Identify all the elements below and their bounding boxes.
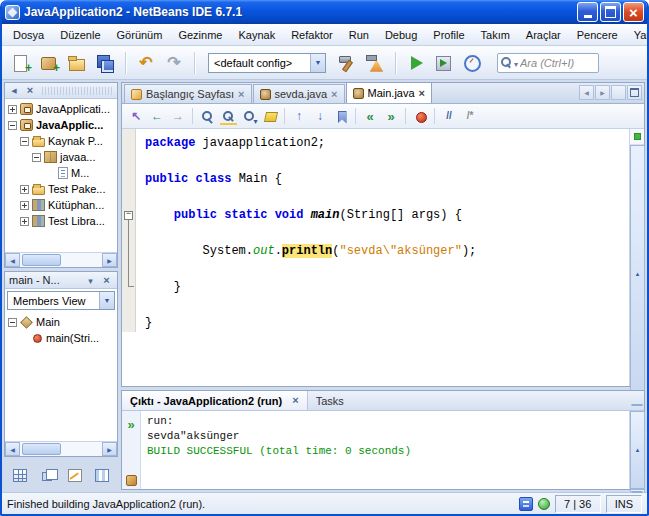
tree-item-main-method[interactable]: main(Stri... [5, 330, 117, 346]
search-input[interactable] [520, 57, 595, 69]
open-project-button[interactable] [64, 50, 90, 76]
comment-button[interactable] [439, 106, 459, 126]
build-project-button[interactable] [334, 50, 360, 76]
notifications-icon[interactable] [519, 497, 533, 511]
dock-mini-button-1[interactable] [8, 463, 32, 487]
shift-left-button[interactable] [360, 106, 380, 126]
close-tab-icon[interactable] [419, 88, 425, 99]
tab-start-page[interactable]: Başlangıç Sayfası [124, 84, 252, 103]
navigator-minimize-icon[interactable] [84, 275, 97, 286]
tree-item-test-packages[interactable]: Test Pake... [5, 181, 117, 197]
scrollbar-thumb[interactable] [22, 443, 61, 455]
config-combo[interactable]: <default config> [208, 53, 326, 73]
scroll-left-button[interactable] [5, 442, 20, 456]
profile-project-button[interactable] [459, 50, 485, 76]
scrollbar-track[interactable] [20, 442, 102, 456]
tree-item-main-java-file[interactable]: M... [5, 165, 117, 181]
undo-button[interactable] [133, 50, 159, 76]
navigator-hscrollbar[interactable] [5, 441, 117, 456]
members-view-combo[interactable]: Members View [7, 291, 115, 310]
toggle-bookmark-button[interactable] [331, 106, 351, 126]
drag-handle[interactable] [42, 87, 112, 95]
projects-close-icon[interactable] [23, 85, 37, 96]
dock-mini-button-4[interactable] [91, 463, 115, 487]
debug-project-button[interactable] [431, 50, 457, 76]
menu-kaynak[interactable]: Kaynak [230, 25, 283, 45]
minimize-button[interactable] [577, 2, 598, 22]
menu-pencere[interactable]: Pencere [569, 25, 626, 45]
menu-takim[interactable]: Takım [473, 25, 518, 45]
menu-araclar[interactable]: Araçlar [518, 25, 569, 45]
titlebar[interactable]: JavaApplication2 - NetBeans IDE 6.7.1 [2, 0, 647, 24]
output-tab[interactable]: Çıktı - JavaApplication2 (run) [122, 391, 308, 410]
next-bookmark-button[interactable] [310, 106, 330, 126]
menu-duzenle[interactable]: Düzenle [52, 25, 108, 45]
redo-button[interactable] [161, 50, 187, 76]
maximize-editor-button[interactable] [627, 85, 642, 100]
updates-icon[interactable] [538, 498, 550, 510]
tree-item-javaapplication2[interactable]: JavaApplic... [5, 117, 117, 133]
back-button[interactable] [147, 106, 167, 126]
output-vscrollbar[interactable] [629, 411, 644, 489]
editor-vscrollbar[interactable] [629, 129, 644, 386]
tree-item-source-packages[interactable]: Kaynak P... [5, 133, 117, 149]
uncomment-button[interactable] [460, 106, 480, 126]
breakpoint-button[interactable] [410, 106, 430, 126]
tasks-tab[interactable]: Tasks [308, 391, 352, 410]
tab-list-button[interactable] [611, 85, 626, 100]
new-project-button[interactable] [36, 50, 62, 76]
collapse-icon[interactable] [8, 318, 17, 327]
menu-debug[interactable]: Debug [377, 25, 425, 45]
menu-gezinme[interactable]: Gezinme [170, 25, 230, 45]
scroll-left-button[interactable] [5, 253, 20, 267]
menu-run[interactable]: Run [341, 25, 377, 45]
tab-sevda-java[interactable]: sevda.java [253, 84, 345, 103]
menu-gorunum[interactable]: Görünüm [109, 25, 171, 45]
maximize-button[interactable] [600, 2, 621, 22]
window-position-icon[interactable] [7, 86, 21, 95]
navigator-header[interactable]: main - N... [5, 272, 117, 289]
run-project-button[interactable] [403, 50, 429, 76]
previous-bookmark-button[interactable] [289, 106, 309, 126]
tree-item-libraries[interactable]: Kütüphan... [5, 197, 117, 213]
rerun-button[interactable] [121, 414, 141, 434]
expand-icon[interactable] [20, 185, 29, 194]
tree-item-test-libraries[interactable]: Test Libra... [5, 213, 117, 229]
find-selection-button[interactable] [218, 106, 238, 126]
new-file-button[interactable] [8, 50, 34, 76]
ant-settings-icon[interactable] [126, 475, 137, 486]
collapse-icon[interactable] [20, 137, 29, 146]
collapse-icon[interactable] [8, 121, 17, 130]
output-text[interactable]: run:sevda"aksüngerBUILD SUCCESSFUL (tota… [141, 411, 629, 489]
menu-dosya[interactable]: Dosya [5, 25, 52, 45]
last-edit-button[interactable] [126, 106, 146, 126]
find-button[interactable] [197, 106, 217, 126]
scroll-right-button[interactable] [102, 253, 117, 267]
dock-mini-button-2[interactable] [36, 463, 60, 487]
close-tab-icon[interactable] [331, 89, 337, 100]
navigator-close-icon[interactable] [100, 275, 113, 286]
close-button[interactable] [623, 2, 644, 22]
tree-item-javaapplication1[interactable]: JavaApplicati... [5, 101, 117, 117]
menu-yardim[interactable]: Yardım [626, 25, 649, 45]
search-dropdown-icon[interactable] [514, 57, 518, 69]
code-pane[interactable]: package javaapplication2; public class M… [122, 129, 629, 386]
quick-search[interactable] [497, 53, 599, 73]
output-close-icon[interactable] [292, 395, 298, 406]
tab-scroll-right-button[interactable] [595, 85, 610, 100]
config-combo-arrow-icon[interactable] [310, 54, 325, 72]
scrollbar-thumb[interactable] [631, 404, 643, 406]
tree-item-main-class[interactable]: Main [5, 314, 117, 330]
scroll-up-button[interactable] [630, 145, 645, 402]
expand-icon[interactable] [8, 105, 17, 114]
dock-mini-button-3[interactable] [63, 463, 87, 487]
close-tab-icon[interactable] [238, 89, 244, 100]
shift-right-button[interactable] [381, 106, 401, 126]
forward-button[interactable] [168, 106, 188, 126]
expand-icon[interactable] [20, 201, 29, 210]
fold-collapse-icon[interactable] [124, 211, 133, 220]
scroll-up-button[interactable] [630, 411, 645, 489]
scrollbar-thumb[interactable] [631, 491, 643, 493]
members-view-arrow-icon[interactable] [99, 292, 114, 309]
scrollbar-thumb[interactable] [22, 254, 61, 266]
